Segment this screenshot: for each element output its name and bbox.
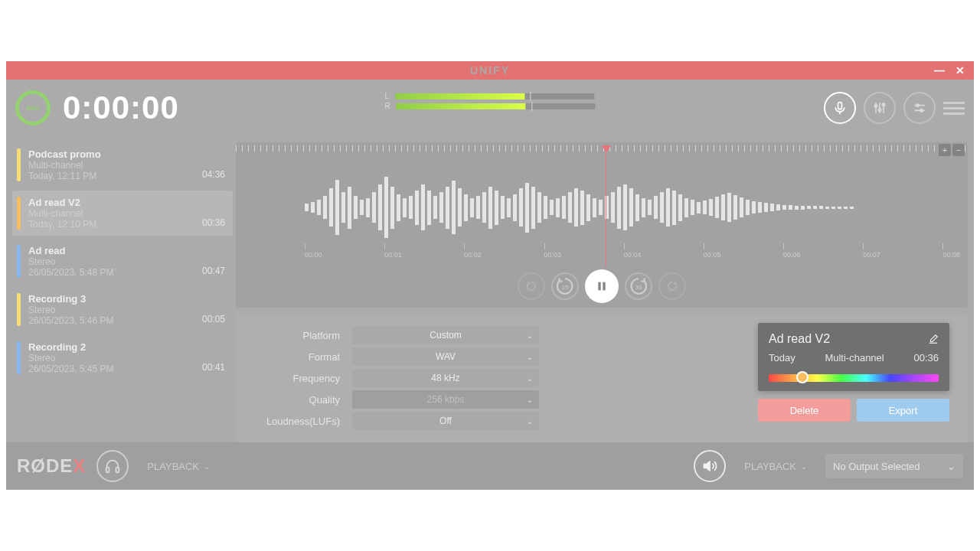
recording-color-bar [17, 197, 21, 230]
recording-title: Ad read [28, 245, 202, 256]
meter-right [397, 103, 596, 109]
timeline-mark: 00:05 [704, 243, 721, 266]
svg-point-11 [920, 109, 923, 112]
recording-title: Ad read V2 [28, 197, 202, 208]
recording-duration: 00:05 [202, 314, 225, 326]
loudness-label: Loudness(LUFs) [248, 416, 340, 427]
svg-rect-13 [603, 282, 605, 291]
recording-color-bar [17, 341, 21, 374]
close-button[interactable]: ✕ [952, 64, 969, 77]
timer-display: 0:00:00 [63, 90, 179, 126]
headphones-1-icon[interactable] [96, 450, 129, 482]
recording-duration: 04:36 [202, 169, 225, 181]
timeline-mark: 00:07 [863, 243, 880, 266]
export-panel: Platform Custom⌄ Format WAV⌄ Frequency 4… [236, 314, 968, 442]
mixer-button[interactable] [864, 92, 896, 124]
recording-duration: 00:41 [202, 362, 225, 374]
frequency-select[interactable]: 48 kHz⌄ [352, 369, 539, 387]
timeline-mark: 00:04 [624, 243, 642, 266]
recording-channel: Stereo [28, 256, 202, 267]
recording-date: Today, 12:10 PM [28, 219, 202, 230]
recording-item[interactable]: Ad read Stereo 26/05/2023, 5:48 PM 00:47 [12, 239, 233, 284]
recording-color-bar [17, 245, 21, 278]
recording-color-bar [17, 293, 21, 326]
color-picker-knob[interactable] [796, 371, 808, 383]
brand-logo: RØDEX [17, 455, 86, 477]
svg-rect-12 [598, 282, 600, 291]
export-button[interactable]: Export [857, 399, 949, 422]
color-picker-slider[interactable] [769, 374, 939, 382]
play-pause-button[interactable] [585, 269, 619, 303]
recording-date: Today, 12:11 PM [28, 171, 202, 181]
settings-sliders-button[interactable] [903, 92, 936, 124]
detail-duration: 00:36 [913, 352, 939, 364]
zoom-out-button[interactable]: − [952, 144, 965, 156]
footer: RØDEX PLAYBACK⌄ PLAYBACK⌄ No Output Sele… [6, 442, 974, 490]
timeline-mark: 00:06 [783, 243, 801, 266]
playback-right-select[interactable]: PLAYBACK⌄ [737, 456, 815, 477]
recording-title: Recording 2 [28, 341, 202, 353]
titlebar: UNIFY — ✕ [6, 61, 974, 80]
transport-controls: 15 30 [518, 269, 686, 303]
quality-label: Quality [248, 394, 340, 406]
minimize-button[interactable]: — [931, 64, 949, 77]
menu-button[interactable] [943, 99, 965, 118]
recording-detail-card: Ad read V2 Today Multi-channel 00:36 [758, 323, 949, 391]
svg-rect-14 [106, 468, 109, 472]
mic-channels-button[interactable] [824, 92, 856, 124]
detail-channel: Multi-channel [825, 352, 884, 364]
platform-label: Platform [248, 330, 340, 341]
recording-item[interactable]: Podcast promo Multi-channel Today, 12:11… [12, 142, 233, 187]
record-button[interactable]: REC [15, 90, 51, 126]
recording-item[interactable]: Recording 2 Stereo 26/05/2023, 5:45 PM 0… [12, 335, 233, 380]
jump-start-button[interactable] [518, 272, 545, 300]
svg-point-9 [916, 104, 919, 106]
meter-left-label: L [384, 92, 389, 100]
recording-channel: Multi-channel [28, 208, 202, 219]
recording-item[interactable]: Recording 3 Stereo 26/05/2023, 5:46 PM 0… [12, 287, 233, 332]
jump-end-button[interactable] [658, 272, 686, 300]
waveform [305, 173, 960, 242]
recording-date: 26/05/2023, 5:46 PM [28, 315, 202, 326]
timeline-marks: 00:0000:0100:0200:0300:0400:0500:0600:07… [305, 243, 960, 266]
recording-item[interactable]: Ad read V2 Multi-channel Today, 12:10 PM… [12, 191, 233, 236]
recordings-sidebar: Podcast promo Multi-channel Today, 12:11… [6, 136, 236, 442]
recording-date: 26/05/2023, 5:48 PM [28, 267, 202, 278]
recording-channel: Multi-channel [28, 160, 202, 171]
playback-left-select[interactable]: PLAYBACK⌄ [139, 456, 217, 477]
meter-left [395, 93, 594, 99]
recording-title: Recording 3 [28, 293, 202, 305]
output-select[interactable]: No Output Selected⌄ [825, 454, 963, 478]
timeline-mark: 00:03 [544, 243, 562, 266]
recording-duration: 00:36 [202, 217, 225, 230]
edit-name-icon[interactable] [928, 334, 939, 344]
recording-title: Podcast promo [28, 148, 202, 160]
timeline-mark: 00:08 [942, 243, 960, 266]
zoom-in-button[interactable]: + [939, 144, 951, 156]
recording-color-bar [17, 148, 21, 181]
app-title: UNIFY [470, 64, 510, 77]
delete-button[interactable]: Delete [758, 399, 851, 422]
level-meters: L R [384, 90, 595, 112]
timeline-mark: 00:01 [384, 243, 402, 266]
frequency-label: Frequency [248, 373, 340, 384]
timeline-mark: 00:00 [305, 243, 322, 266]
svg-marker-16 [704, 461, 710, 471]
format-select[interactable]: WAV⌄ [352, 347, 539, 366]
skip-back-15-button[interactable]: 15 [551, 272, 579, 300]
recording-channel: Stereo [28, 305, 202, 315]
detail-title: Ad read V2 [769, 332, 830, 346]
quality-select: 256 kbps⌄ [352, 390, 539, 409]
skip-forward-30-button[interactable]: 30 [625, 272, 652, 300]
header: REC 0:00:00 L R [6, 80, 974, 136]
loudness-select[interactable]: Off⌄ [352, 412, 539, 430]
detail-date: Today [769, 352, 795, 364]
recording-duration: 00:47 [202, 266, 225, 278]
format-label: Format [248, 351, 340, 363]
platform-select[interactable]: Custom⌄ [352, 326, 539, 344]
meter-right-label: R [384, 102, 390, 110]
waveform-panel[interactable]: + − 00:0000:0100:0200:0300:0400:0500:060… [236, 142, 968, 308]
speaker-icon[interactable] [694, 450, 726, 482]
recording-channel: Stereo [28, 353, 202, 364]
svg-rect-15 [116, 468, 119, 472]
